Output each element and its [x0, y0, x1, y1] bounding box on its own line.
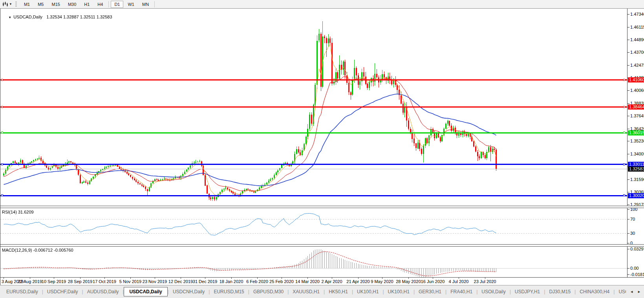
resistance-line-1-handle[interactable]	[623, 79, 625, 81]
price-scale-tick	[628, 154, 629, 154]
price-scale-tick	[628, 40, 629, 40]
timeframe-button-h1[interactable]: H1	[80, 1, 93, 8]
pivot-line-green-handle[interactable]	[623, 132, 625, 133]
date-label: 28 May 2020	[396, 279, 421, 284]
date-tick	[130, 278, 131, 279]
resistance-line-2-handle[interactable]	[623, 106, 625, 108]
timeframe-button-m5[interactable]: M5	[34, 1, 47, 8]
date-tick	[459, 278, 459, 279]
price-scale-tick	[628, 52, 629, 53]
panel-divider-rsi[interactable]	[0, 206, 644, 208]
pivot-line-green-handle[interactable]	[1, 132, 3, 133]
date-axis[interactable]: 3 Aug 201922 Aug 201910 Sep 201928 Sep 2…	[0, 278, 644, 285]
pivot-line-green[interactable]	[0, 132, 627, 133]
price-scale-axis[interactable]: 1.473401.461151.448901.437001.424751.412…	[627, 9, 644, 277]
price-scale-tick	[628, 179, 629, 180]
resistance-line-1-price-badge: 1.41060	[628, 77, 644, 82]
price-scale-label: 1.31590	[630, 177, 644, 182]
chart-canvas[interactable]	[0, 9, 627, 277]
support-line-1[interactable]	[0, 164, 627, 165]
macd-scale-label: 0.032972	[630, 247, 644, 251]
timeframe-buttons: M1M5M15M30H1H4D1W1MN	[20, 1, 156, 8]
symbol-dropdown-icon[interactable]: ▼	[8, 16, 11, 19]
date-label: 22 Aug 2019	[18, 279, 42, 284]
panel-divider-macd[interactable]	[0, 244, 644, 247]
price-scale-label: 1.35230	[630, 139, 644, 143]
chart-tab-eurusd-m15[interactable]: EURUSD,M15	[210, 287, 248, 296]
support-line-1-handle[interactable]	[1, 163, 3, 165]
chart-tab-china300-h4[interactable]: CHINA300,H4	[576, 287, 613, 296]
price-scale-label: 1.40060	[630, 88, 644, 93]
chart-tab-hk50-h1[interactable]: HK50,H1	[325, 287, 352, 296]
price-scale-label: 1.46115	[630, 25, 644, 29]
chart-tab-audusd-daily[interactable]: AUDUSD,Daily	[83, 287, 123, 296]
chart-type-dropdown-icon[interactable]: ▼	[9, 2, 12, 6]
chart-tab-usdchf-daily[interactable]: USDCHF,Daily	[43, 287, 82, 296]
support-line-2-handle[interactable]	[623, 194, 625, 196]
chart-tab-usdcad-daily[interactable]: USDCAD,Daily	[124, 287, 167, 296]
macd-scale-label: 0.00	[630, 266, 639, 271]
date-tick	[181, 278, 181, 279]
resistance-line-2-price-badge: 1.38464	[628, 104, 644, 110]
chart-tab-usdcnh-daily[interactable]: USDCNH,Daily	[169, 287, 209, 296]
price-scale-tick	[628, 103, 629, 104]
chart-tab-uk100-h1[interactable]: UK100,H1	[384, 287, 413, 296]
date-label: 21 Apr 2020	[346, 279, 370, 284]
date-tick	[155, 278, 155, 279]
timeframe-button-w1[interactable]: W1	[124, 1, 138, 8]
date-tick	[307, 278, 308, 279]
price-scale-label: 1.43700	[630, 50, 644, 55]
chart-ohlc-readout: 1.32534 1.32887 1.32511 1.32583	[46, 15, 112, 19]
toolbar-separator	[108, 1, 109, 7]
rsi-indicator-label: RSI(14) 31.6209	[2, 210, 34, 214]
rsi-scale-tick	[628, 243, 629, 243]
price-scale-tick	[628, 141, 629, 141]
tab-scroll-right-button[interactable]: ►	[637, 290, 641, 294]
chart-tab-eurusd-daily[interactable]: EURUSD,Daily	[2, 287, 42, 296]
support-line-2-handle[interactable]	[1, 194, 3, 196]
resistance-line-1-handle[interactable]	[1, 79, 3, 81]
resistance-line-2[interactable]	[0, 106, 627, 108]
toolbar-grip[interactable]	[15, 2, 17, 7]
date-label: 12 Dec 2019	[168, 279, 193, 284]
price-scale-label: 1.44890	[630, 37, 644, 42]
date-tick	[231, 278, 232, 279]
price-scale-label: 1.34005	[630, 152, 644, 156]
chart-tab-uk100-h1[interactable]: UK100,H1	[353, 287, 382, 296]
date-tick	[433, 278, 433, 279]
timeframe-button-m15[interactable]: M15	[48, 1, 63, 8]
chart-tab-fra40-h1[interactable]: FRA40,H1	[446, 287, 476, 296]
chart-tab-usoil-daily[interactable]: USOil,Daily	[478, 287, 509, 296]
chart-tab-xauusd-h1[interactable]: XAUUSD,H1	[289, 287, 324, 296]
chart-tab-ger30-h1[interactable]: GER30,H1	[415, 287, 445, 296]
macd-scale-tick	[628, 249, 629, 249]
resistance-line-2-handle[interactable]	[1, 106, 3, 108]
chart-tab-dj30-m15[interactable]: DJ30,M15	[545, 287, 574, 296]
chart-tab-usdjpy-h1[interactable]: USDJPY,H1	[511, 287, 544, 296]
chart-symbol-label: USDCAD,Daily	[13, 15, 42, 19]
macd-scale-tick	[628, 274, 629, 275]
support-line-1-handle[interactable]	[623, 163, 625, 165]
timeframe-button-m30[interactable]: M30	[64, 1, 80, 8]
date-label: 23 Jul 2020	[474, 279, 496, 284]
chart-tab-gbpusd-m30[interactable]: GBPUSD,M30	[249, 287, 287, 296]
resistance-line-1[interactable]	[0, 79, 627, 80]
timeframe-button-m1[interactable]: M1	[20, 1, 33, 8]
timeframe-button-mn[interactable]: MN	[139, 1, 152, 8]
current-price-badge: 1.32583	[628, 166, 644, 172]
date-tick	[4, 278, 4, 279]
top-toolbar: ▼ M1M5M15M30H1H4D1W1MN	[0, 0, 644, 9]
rsi-scale-label: 30	[630, 231, 635, 236]
date-tick	[257, 278, 258, 279]
timeframe-button-d1[interactable]: D1	[111, 1, 123, 8]
chart-tab-bar: EURUSD,Daily|USDCHF,Daily|AUDUSD,Daily|U…	[0, 285, 644, 298]
candlestick-chart-icon[interactable]	[1, 1, 9, 7]
timeframe-button-h4[interactable]: H4	[94, 1, 106, 8]
date-label: 4 Jul 2020	[449, 279, 469, 284]
price-scale-tick	[628, 116, 629, 116]
rsi-scale-label: 70	[630, 217, 635, 221]
support-line-2[interactable]	[0, 195, 627, 196]
date-label: 5 Nov 2019	[119, 279, 141, 284]
tab-scroll-left-button[interactable]: ◄	[630, 290, 633, 294]
date-tick	[80, 278, 80, 279]
